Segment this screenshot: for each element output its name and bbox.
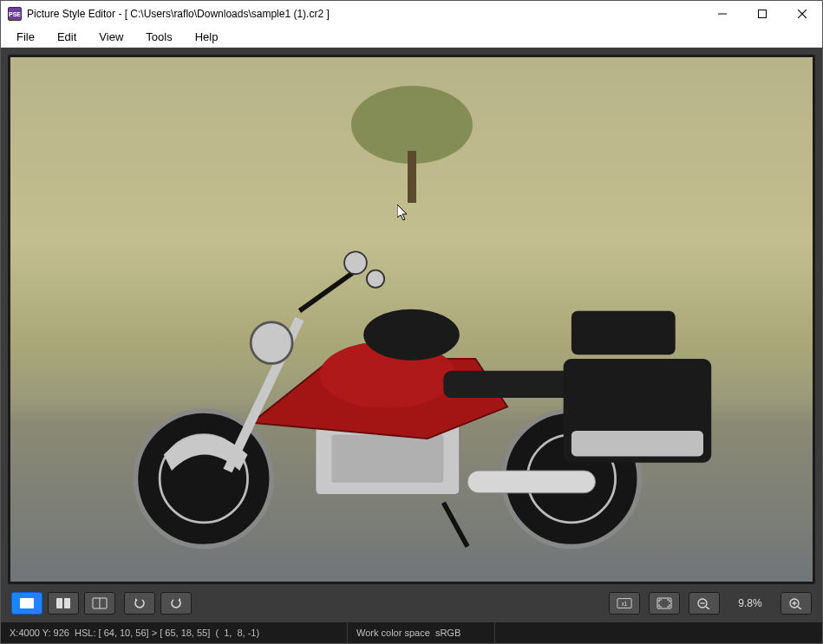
svg-line-37 [798,607,801,609]
menu-file[interactable]: File [8,28,43,46]
window-title: Picture Style Editor - [ C:\Users\raflo\… [27,8,702,20]
view-split-button[interactable] [48,592,79,615]
split-view-icon [56,597,71,609]
svg-line-34 [706,607,709,609]
svg-rect-25 [20,598,34,608]
minimize-button[interactable] [702,1,742,27]
menu-edit[interactable]: Edit [49,28,85,46]
zoom-out-icon [696,597,712,609]
single-view-icon [19,597,35,609]
rotate-ccw-icon [132,597,147,609]
svg-point-16 [363,309,460,360]
view-mode-group [11,592,115,615]
svg-point-22 [367,270,384,287]
rotate-ccw-button[interactable] [124,592,155,615]
fit-window-icon [656,597,672,609]
zoom-level-label: 9.8% [728,597,772,609]
svg-point-21 [344,251,367,274]
compare-view-icon [92,597,108,609]
svg-line-24 [443,502,467,546]
svg-point-19 [251,322,292,363]
svg-rect-17 [572,310,676,355]
svg-line-20 [299,270,356,310]
status-filler [495,622,822,643]
view-compare-button[interactable] [84,592,115,615]
menu-bar: File Edit View Tools Help [1,27,822,48]
svg-rect-1 [759,10,767,18]
close-icon [798,10,807,18]
svg-rect-5 [408,151,416,203]
svg-rect-26 [56,598,62,608]
app-icon: PSE [8,7,22,21]
rotate-group [124,592,192,615]
image-canvas-frame [8,55,815,584]
menu-help[interactable]: Help [186,28,227,46]
rotate-cw-button[interactable] [160,592,192,615]
workspace: x1 9.8% [1,48,822,622]
status-bar: X:4000 Y: 926 HSL: [ 64, 10, 56] > [ 65,… [1,622,822,643]
maximize-icon [758,10,767,18]
title-bar: PSE Picture Style Editor - [ C:\Users\ra… [1,1,822,27]
menu-tools[interactable]: Tools [137,28,180,46]
status-color-space: Work color space sRGB [348,622,495,643]
close-button[interactable] [782,1,822,27]
zoom-in-button[interactable] [781,592,812,615]
window-controls [702,1,822,27]
zoom-out-button[interactable] [689,592,720,615]
menu-view[interactable]: View [90,28,132,46]
fit-window-button[interactable] [649,592,680,615]
rotate-cw-icon [168,597,184,609]
actual-size-button[interactable]: x1 [609,592,640,615]
scene-tree-icon [343,73,481,211]
svg-rect-13 [443,370,575,397]
zoom-in-icon [788,597,804,609]
view-toolbar: x1 9.8% [8,584,815,617]
status-coords-hsl: X:4000 Y: 926 HSL: [ 64, 10, 56] > [ 65,… [1,622,348,643]
mouse-cursor-icon [397,205,411,222]
svg-rect-11 [331,434,443,482]
svg-rect-23 [467,471,596,493]
image-canvas[interactable] [10,57,813,582]
actual-size-icon: x1 [617,597,632,609]
svg-rect-27 [64,598,70,608]
image-subject-motorcycle [75,215,748,550]
minimize-icon [718,10,727,18]
svg-rect-15 [572,430,703,456]
view-single-button[interactable] [11,592,42,615]
svg-text:x1: x1 [622,600,628,606]
maximize-button[interactable] [742,1,782,27]
